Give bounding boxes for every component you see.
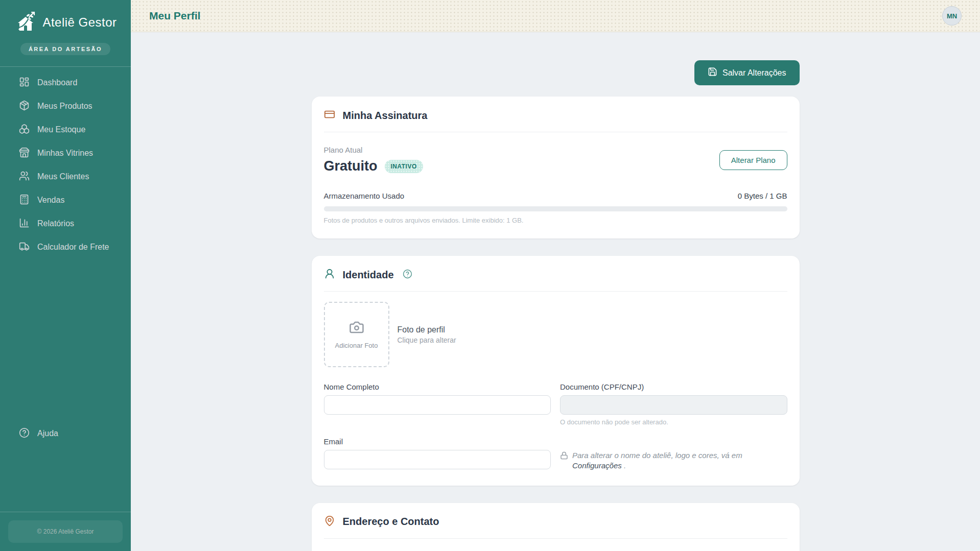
main-area: Meu Perfil MN Salvar Alterações [131,0,980,551]
help-icon [19,427,30,440]
profile-photo-upload[interactable]: Adicionar Foto [324,302,389,367]
settings-link[interactable]: Configurações [572,461,622,470]
sidebar-item-ajuda[interactable]: Ajuda [0,422,131,445]
camera-icon [349,320,364,337]
sidebar-item-meus-clientes[interactable]: Meus Clientes [0,165,131,188]
photo-caption-block: Foto de perfil Clique para alterar [398,325,456,344]
subscription-card: Minha Assinatura Plano Atual Gratuito IN… [312,97,800,238]
divider [324,538,787,539]
branding-note: Para alterar o nome do ateliê, logo e co… [560,437,787,471]
sidebar-item-meu-estoque[interactable]: Meu Estoque [0,118,131,141]
sidebar-item-label: Vendas [37,196,64,205]
bar-chart-icon [19,218,30,230]
name-field-group: Nome Completo [324,382,551,426]
document-helper-text: O documento não pode ser alterado. [560,418,787,426]
store-icon [19,147,30,160]
storage-progress-bar [324,206,787,211]
top-header: Meu Perfil MN [131,0,980,32]
photo-title: Foto de perfil [398,325,456,334]
sidebar-item-relatorios[interactable]: Relatórios [0,212,131,235]
package-icon [19,100,30,113]
save-changes-button[interactable]: Salvar Alterações [694,60,800,85]
sidebar-item-label: Minhas Vitrines [37,149,93,158]
boxes-icon [19,124,30,136]
sidebar-item-meus-produtos[interactable]: Meus Produtos [0,94,131,118]
brand-block: Ateliê Gestor ÁREA DO ARTESÃO [0,0,131,66]
divider [324,132,787,132]
storage-value: 0 Bytes / 1 GB [738,191,787,200]
identity-help-icon[interactable] [403,269,412,281]
plan-label: Plano Atual [324,146,423,154]
app-root: Ateliê Gestor ÁREA DO ARTESÃO Dashboard … [0,0,980,551]
note-suffix: . [622,461,626,470]
sidebar-nav: Dashboard Meus Produtos Meu Estoque Minh… [0,67,131,259]
email-field[interactable] [324,450,551,469]
app-title: Ateliê Gestor [42,15,116,30]
user-icon [324,268,335,281]
sidebar-item-label: Calculador de Frete [37,243,109,252]
sidebar-item-label: Ajuda [37,429,58,438]
photo-subtitle: Clique para alterar [398,336,456,344]
change-plan-button[interactable]: Alterar Plano [719,150,787,170]
storage-label: Armazenamento Usado [324,191,405,200]
sidebar-bottom: Ajuda © 2026 Ateliê Gestor [0,422,131,551]
document-field-group: Documento (CPF/CNPJ) O documento não pod… [560,382,787,426]
sidebar-item-minhas-vitrines[interactable]: Minhas Vitrines [0,141,131,165]
users-icon [19,171,30,183]
page-title: Meu Perfil [149,10,200,22]
sidebar-item-calculador-de-frete[interactable]: Calculador de Frete [0,235,131,259]
name-field-label: Nome Completo [324,382,551,391]
truck-icon [19,241,30,254]
sidebar-item-label: Relatórios [37,219,74,228]
app-logo-icon [14,10,39,35]
sidebar-item-label: Meus Clientes [37,172,89,181]
identity-card-title: Identidade [343,269,394,281]
user-avatar[interactable]: MN [942,6,962,26]
sidebar: Ateliê Gestor ÁREA DO ARTESÃO Dashboard … [0,0,131,551]
lock-icon [560,450,568,462]
save-button-label: Salvar Alterações [722,68,786,78]
document-field [560,395,787,415]
plan-name: Gratuito [324,158,378,174]
storage-caption: Fotos de produtos e outros arquivos envi… [324,217,787,224]
map-pin-icon [324,515,335,529]
divider [324,291,787,292]
sidebar-item-label: Dashboard [37,78,77,87]
copyright-note: © 2026 Ateliê Gestor [8,520,123,543]
sidebar-item-dashboard[interactable]: Dashboard [0,71,131,94]
area-badge: ÁREA DO ARTESÃO [20,43,110,55]
add-photo-label: Adicionar Foto [335,342,378,349]
content-scroll-area: Salvar Alterações Minha Assinatura P [131,32,980,551]
dashboard-icon [19,77,30,89]
sidebar-item-vendas[interactable]: Vendas [0,188,131,212]
credit-card-icon [324,109,335,122]
document-field-label: Documento (CPF/CNPJ) [560,382,787,391]
subscription-card-title: Minha Assinatura [343,110,428,122]
address-card: Endereço e Contato [312,503,800,551]
calculator-icon [19,194,30,207]
address-card-title: Endereço e Contato [343,516,439,528]
identity-card: Identidade Adicionar Foto [312,256,800,486]
sidebar-spacer [0,445,131,512]
plan-status-badge: INATIVO [385,160,423,173]
email-field-label: Email [324,437,551,446]
note-text: Para alterar o nome do ateliê, logo e co… [572,451,742,460]
name-field[interactable] [324,395,551,415]
sidebar-item-label: Meu Estoque [37,125,85,134]
email-field-group: Email [324,437,551,471]
sidebar-item-label: Meus Produtos [37,102,92,111]
save-icon [708,67,717,79]
